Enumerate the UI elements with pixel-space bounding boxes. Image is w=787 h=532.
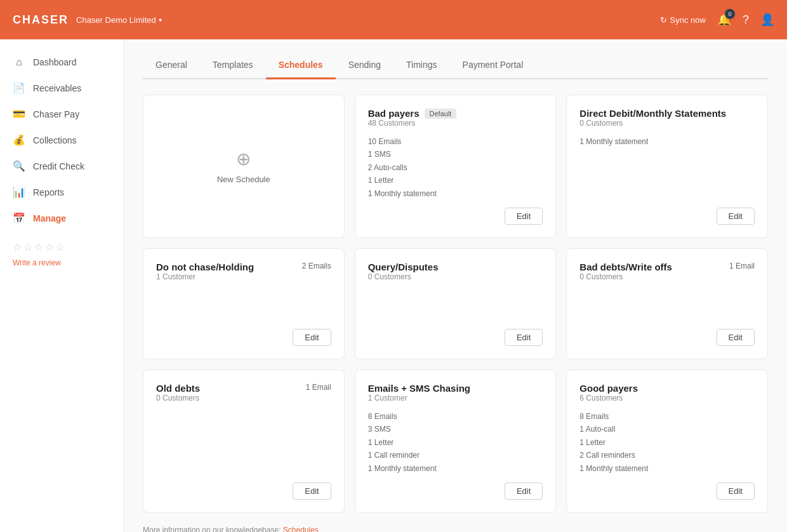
card-query-disputes-header: Query/Disputes 0 Customers xyxy=(368,262,543,286)
tab-sending[interactable]: Sending xyxy=(336,52,394,79)
collections-icon: 💰 xyxy=(13,134,25,146)
card-bad-debts-title: Bad debts/Write offs xyxy=(579,262,672,272)
card-old-debts-header: Old debts 0 Customers 1 Email xyxy=(156,383,331,408)
stat-item: 1 Call reminder xyxy=(368,449,543,462)
card-direct-debit-footer: Edit xyxy=(579,200,755,225)
sidebar-label-manage: Manage xyxy=(33,213,66,223)
chart-icon: 📊 xyxy=(13,186,25,198)
write-review-link[interactable]: Write a review xyxy=(13,258,61,267)
user-icon[interactable]: 👤 xyxy=(760,13,774,27)
sidebar-item-receivables[interactable]: 📄 Receivables xyxy=(0,75,123,101)
star-3: ☆ xyxy=(34,241,43,253)
card-bad-payers-customers: 48 Customers xyxy=(368,119,457,128)
card-emails-sms-edit[interactable]: Edit xyxy=(505,482,543,500)
sidebar-item-collections[interactable]: 💰 Collections xyxy=(0,127,123,153)
notification-badge: 0 xyxy=(725,9,735,19)
card-old-debts: Old debts 0 Customers 1 Email Edit xyxy=(143,369,345,513)
footer-note: More information on our knowledgebase: S… xyxy=(143,526,768,532)
star-5: ☆ xyxy=(56,241,65,253)
stat-item: 8 Emails xyxy=(579,410,755,423)
sidebar-item-credit-check[interactable]: 🔍 Credit Check xyxy=(0,153,123,179)
card-query-disputes: Query/Disputes 0 Customers Edit xyxy=(355,248,557,359)
card-query-disputes-footer: Edit xyxy=(368,321,543,346)
tab-general[interactable]: General xyxy=(143,52,200,79)
app-layout: ⌂ Dashboard 📄 Receivables 💳 Chaser Pay 💰… xyxy=(0,39,787,532)
card-bad-payers-badge: Default xyxy=(425,109,457,119)
card-emails-sms-footer: Edit xyxy=(368,475,543,500)
settings-tabs: General Templates Schedules Sending Timi… xyxy=(143,52,768,79)
card-good-payers-header: Good payers 6 Customers xyxy=(579,383,755,408)
card-direct-debit-header: Direct Debit/Monthly Statements 0 Custom… xyxy=(579,108,755,133)
help-icon[interactable]: ? xyxy=(743,13,749,27)
main-content: General Templates Schedules Sending Timi… xyxy=(124,39,787,532)
sidebar-item-chaser-pay[interactable]: 💳 Chaser Pay xyxy=(0,101,123,127)
stat-item: 1 Monthly statement xyxy=(368,462,543,475)
topnav-left: CHASER Chaser Demo Limited ▾ xyxy=(13,13,162,27)
sidebar-item-manage[interactable]: 📅 Manage xyxy=(0,205,123,231)
stat-item: 1 Letter xyxy=(368,436,543,449)
card-bad-debts-edit[interactable]: Edit xyxy=(717,329,755,346)
card-direct-debit-stats: 1 Monthly statement xyxy=(579,135,755,200)
card-bad-payers-title: Bad payers xyxy=(368,108,420,119)
sidebar-label-dashboard: Dashboard xyxy=(33,57,77,67)
calendar-icon: 📅 xyxy=(13,212,25,224)
document-icon: 📄 xyxy=(13,82,25,94)
tab-payment-portal[interactable]: Payment Portal xyxy=(450,52,536,79)
card-bad-debts-customers: 0 Customers xyxy=(579,272,672,281)
card-old-debts-footer: Edit xyxy=(156,475,331,500)
card-direct-debit: Direct Debit/Monthly Statements 0 Custom… xyxy=(566,95,768,238)
card-bad-payers-edit[interactable]: Edit xyxy=(505,208,543,225)
card-good-payers-customers: 6 Customers xyxy=(579,394,638,402)
footer-link[interactable]: Schedules xyxy=(283,526,319,532)
stat-item: 3 SMS xyxy=(368,423,543,436)
card-direct-debit-edit[interactable]: Edit xyxy=(717,208,755,225)
tab-timings[interactable]: Timings xyxy=(394,52,450,79)
sidebar-label-receivables: Receivables xyxy=(33,83,81,93)
card-do-not-chase-footer: Edit xyxy=(156,321,331,346)
company-name: Chaser Demo Limited xyxy=(76,15,156,25)
card-do-not-chase-title: Do not chase/Holding xyxy=(156,262,254,272)
card-query-disputes-customers: 0 Customers xyxy=(368,272,439,281)
card-good-payers-title: Good payers xyxy=(579,383,638,394)
card-icon: 💳 xyxy=(13,108,25,120)
card-bad-debts: Bad debts/Write offs 0 Customers 1 Email… xyxy=(566,248,768,359)
card-bad-payers-stats: 10 Emails1 SMS2 Auto-calls1 Letter1 Mont… xyxy=(368,135,543,200)
sidebar-label-reports: Reports xyxy=(33,187,64,197)
sidebar-item-reports[interactable]: 📊 Reports xyxy=(0,179,123,205)
card-good-payers-stats: 8 Emails1 Auto-call1 Letter2 Call remind… xyxy=(579,410,755,475)
card-old-debts-stats-inline: 1 Email xyxy=(306,383,331,392)
tab-schedules[interactable]: Schedules xyxy=(266,52,336,79)
stat-item: 2 Call reminders xyxy=(579,449,755,462)
stat-item: 1 Monthly statement xyxy=(579,462,755,475)
tab-templates[interactable]: Templates xyxy=(200,52,266,79)
brand-logo: CHASER xyxy=(13,13,69,27)
notifications-icon[interactable]: 🔔 0 xyxy=(717,13,731,27)
search-icon: 🔍 xyxy=(13,160,25,172)
sync-button[interactable]: ↻ Sync now xyxy=(660,15,706,25)
card-old-debts-edit[interactable]: Edit xyxy=(293,482,331,500)
topnav: CHASER Chaser Demo Limited ▾ ↻ Sync now … xyxy=(0,0,787,39)
card-emails-sms: Emails + SMS Chasing 1 Customer 8 Emails… xyxy=(355,369,557,513)
star-4: ☆ xyxy=(45,241,54,253)
card-good-payers-footer: Edit xyxy=(579,475,755,500)
stat-item: 1 Letter xyxy=(579,436,755,449)
card-do-not-chase-edit[interactable]: Edit xyxy=(293,329,331,346)
card-old-debts-customers: 0 Customers xyxy=(156,394,200,402)
card-query-disputes-edit[interactable]: Edit xyxy=(505,329,543,346)
sidebar-label-credit-check: Credit Check xyxy=(33,161,84,171)
sidebar: ⌂ Dashboard 📄 Receivables 💳 Chaser Pay 💰… xyxy=(0,39,124,532)
card-good-payers-edit[interactable]: Edit xyxy=(717,482,755,500)
sidebar-item-dashboard[interactable]: ⌂ Dashboard xyxy=(0,50,123,75)
card-bad-debts-footer: Edit xyxy=(579,321,755,346)
card-good-payers: Good payers 6 Customers 8 Emails1 Auto-c… xyxy=(566,369,768,513)
card-bad-payers-footer: Edit xyxy=(368,200,543,225)
new-schedule-card[interactable]: ⊕ New Schedule xyxy=(143,95,345,238)
sidebar-label-collections: Collections xyxy=(33,135,76,145)
company-selector[interactable]: Chaser Demo Limited ▾ xyxy=(76,15,162,25)
card-do-not-chase-customers: 1 Customer xyxy=(156,272,254,281)
sidebar-review: ☆ ☆ ☆ ☆ ☆ Write a review xyxy=(0,231,123,277)
card-bad-debts-stats-inline: 1 Email xyxy=(729,262,755,270)
star-rating: ☆ ☆ ☆ ☆ ☆ xyxy=(13,241,110,253)
sync-icon: ↻ xyxy=(660,15,667,25)
card-bad-payers: Bad payers Default 48 Customers 10 Email… xyxy=(355,95,557,238)
